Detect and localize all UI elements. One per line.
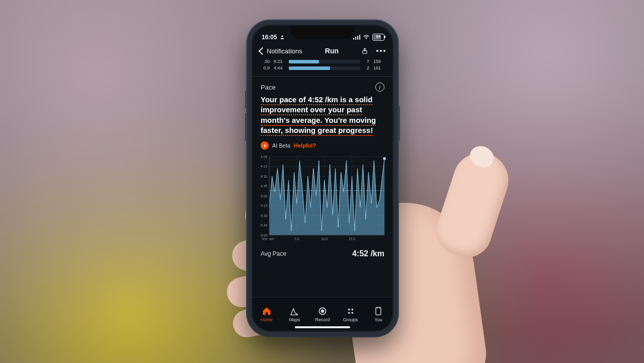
tab-label: You xyxy=(375,317,382,322)
svg-text:4:45: 4:45 xyxy=(261,184,267,188)
page-title: Run xyxy=(325,47,339,55)
helpful-link[interactable]: Helpful? xyxy=(294,142,316,149)
share-icon[interactable] xyxy=(361,47,368,55)
avg-pace-row: Avg Pace 4:52 /km xyxy=(253,244,392,262)
split-pace: 5:21 xyxy=(274,59,285,64)
split-bar xyxy=(289,66,360,70)
pace-chart[interactable]: 4:004:154:304:455:005:155:305:456:00/kmk… xyxy=(256,154,387,244)
svg-point-39 xyxy=(351,312,353,314)
phone-screen: 16:05 84 Notifications Run xyxy=(253,26,392,331)
svg-point-38 xyxy=(348,312,350,314)
svg-text:5:15: 5:15 xyxy=(261,204,267,207)
maps-icon xyxy=(289,306,299,316)
svg-text:5:30: 5:30 xyxy=(261,214,267,217)
notch xyxy=(291,26,354,39)
svg-point-37 xyxy=(351,309,353,311)
ai-badge-icon xyxy=(261,141,269,150)
wifi-icon xyxy=(363,34,370,41)
svg-text:4:00: 4:00 xyxy=(261,155,267,159)
more-button[interactable] xyxy=(376,50,385,52)
home-icon xyxy=(262,306,272,316)
battery-indicator: 84 xyxy=(372,34,384,41)
chevron-left-icon xyxy=(259,47,267,55)
split-hr: 161 xyxy=(373,65,384,70)
split-row: 0.9 4:44 2 161 xyxy=(261,65,384,70)
back-button[interactable]: Notifications xyxy=(260,47,302,55)
split-bar xyxy=(289,60,360,63)
svg-point-1 xyxy=(366,39,366,39)
split-hr: 158 xyxy=(373,59,384,64)
tab-label: Record xyxy=(315,317,330,322)
record-icon xyxy=(317,306,328,316)
phone-frame: 16:05 84 Notifications Run xyxy=(247,20,398,336)
svg-text:5:00: 5:00 xyxy=(261,194,267,198)
svg-point-31 xyxy=(383,157,386,160)
svg-text:km: km xyxy=(269,237,274,241)
battery-pct: 84 xyxy=(376,34,381,39)
split-row: 20 5:21 7 158 xyxy=(261,59,384,64)
ai-feedback-row: AI Beta Helpful? xyxy=(253,135,392,154)
svg-text:4:15: 4:15 xyxy=(261,165,267,168)
avg-pace-label: Avg Pace xyxy=(261,250,286,257)
tab-label: Home xyxy=(261,317,273,322)
tab-you[interactable]: You xyxy=(364,298,392,331)
home-indicator[interactable] xyxy=(295,326,350,328)
split-index: 0.9 xyxy=(261,65,270,70)
volume-down-button[interactable] xyxy=(245,113,247,141)
tab-label: Maps xyxy=(289,317,300,322)
split-index: 20 xyxy=(261,59,270,64)
splits-table: 20 5:21 7 158 0.9 4:44 2 161 xyxy=(253,58,392,77)
groups-icon xyxy=(346,306,356,316)
tab-home[interactable]: Home xyxy=(253,298,281,331)
cellular-icon xyxy=(353,35,361,40)
svg-text:5.0: 5.0 xyxy=(294,237,299,241)
you-icon xyxy=(373,306,383,316)
svg-text:/km: /km xyxy=(262,237,267,241)
tab-label: Groups xyxy=(343,317,358,322)
svg-point-36 xyxy=(348,309,350,311)
section-header: Pace i xyxy=(253,77,392,95)
volume-up-button[interactable] xyxy=(245,91,247,109)
back-label: Notifications xyxy=(267,47,302,55)
avg-pace-value: 4:52 /km xyxy=(352,249,384,258)
svg-text:10.0: 10.0 xyxy=(321,237,328,241)
svg-rect-40 xyxy=(376,308,381,315)
clock-text: 16:05 xyxy=(262,34,277,41)
nav-bar: Notifications Run xyxy=(253,45,392,58)
split-hr-delta: 7 xyxy=(364,59,369,64)
svg-text:4:30: 4:30 xyxy=(261,175,267,178)
svg-point-0 xyxy=(281,35,283,37)
person-icon xyxy=(280,35,285,40)
svg-text:15.0: 15.0 xyxy=(349,237,355,241)
ai-label: AI Beta xyxy=(272,142,290,149)
info-icon[interactable]: i xyxy=(375,83,384,92)
insight-text: Your pace of 4:52 /km is a solid improve… xyxy=(253,95,392,135)
split-pace: 4:44 xyxy=(274,65,285,70)
split-hr-delta: 2 xyxy=(364,65,369,70)
tab-bar: Home Maps Record Groups You xyxy=(253,297,392,331)
section-title: Pace xyxy=(261,84,276,91)
power-button[interactable] xyxy=(398,106,400,141)
svg-point-35 xyxy=(321,310,324,313)
svg-text:5:45: 5:45 xyxy=(261,224,267,227)
